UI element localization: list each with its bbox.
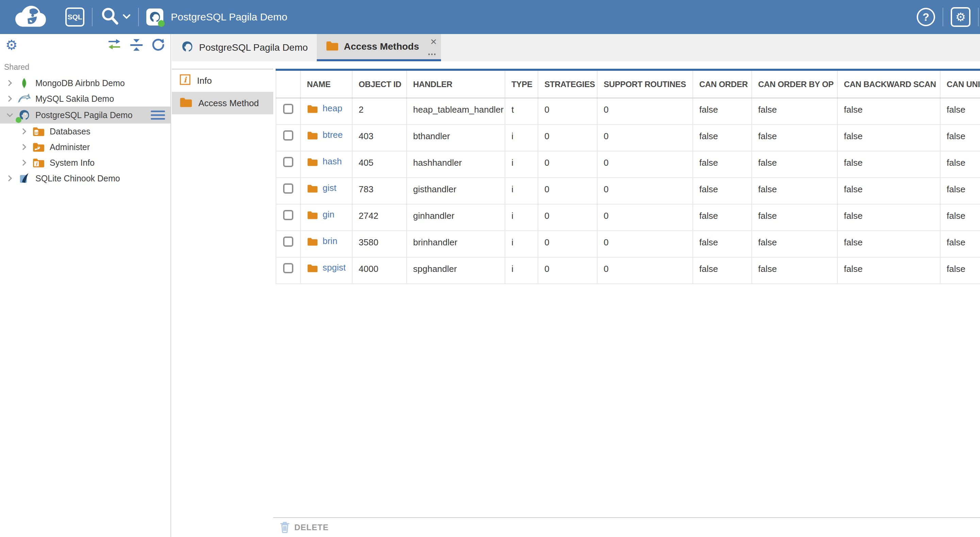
row-checkbox[interactable] — [283, 263, 293, 273]
new-query-button[interactable]: SQL — [65, 8, 84, 27]
folder-icon — [307, 157, 318, 169]
collapse-all-icon[interactable] — [130, 38, 143, 51]
chevron-right-icon[interactable] — [6, 79, 14, 87]
can-order-cell: false — [693, 231, 752, 257]
column-header[interactable]: CAN BACKWARD SCAN — [837, 71, 940, 98]
delete-button[interactable]: DELETE — [294, 523, 329, 532]
access-method-link[interactable]: btree — [323, 130, 343, 140]
sidebar-item-label: Databases — [50, 127, 91, 137]
handler-cell: ginhandler — [407, 204, 505, 231]
object-id-cell: 2 — [352, 98, 407, 124]
mongodb-leaf-icon — [17, 77, 31, 89]
close-icon[interactable]: × — [430, 36, 437, 47]
row-checkbox[interactable] — [283, 236, 293, 247]
name-cell: heap — [301, 98, 352, 124]
table-row[interactable]: btree 403 bthandler i 0 0 false false fa… — [276, 124, 980, 151]
strategies-cell: 0 — [538, 204, 597, 231]
folder-icon — [307, 210, 318, 222]
strategies-cell: 0 — [538, 178, 597, 204]
column-header[interactable]: CAN ORDER BY OP — [752, 71, 837, 98]
swap-connections-icon[interactable] — [107, 38, 121, 51]
type-cell: t — [505, 98, 538, 124]
sidebar-item-databases[interactable]: Databases — [0, 124, 170, 139]
column-header[interactable]: STRATEGIES — [538, 71, 597, 98]
access-method-link[interactable]: heap — [323, 103, 342, 113]
sidebar-item-sqlite-chinook[interactable]: SQLite Chinook Demo — [0, 171, 170, 186]
row-checkbox-cell — [276, 204, 301, 231]
connection-menu-icon[interactable] — [151, 110, 165, 120]
sidebar-item-postgresql-pagila[interactable]: PostgreSQL Pagila Demo — [0, 107, 170, 124]
tab-postgresql-pagila-demo[interactable]: PostgreSQL Pagila Demo — [172, 34, 317, 61]
row-checkbox[interactable] — [283, 183, 293, 194]
column-header[interactable]: OBJECT ID — [352, 71, 407, 98]
can-unique-cell: false — [940, 204, 980, 231]
handler-cell: spghandler — [407, 257, 505, 284]
sidebar-settings-icon[interactable]: ⚙ — [5, 38, 18, 52]
table-row[interactable]: heap 2 heap_tableam_handler t 0 0 false … — [276, 98, 980, 124]
row-checkbox-cell — [276, 98, 301, 124]
row-checkbox[interactable] — [283, 130, 293, 140]
panel-item-info[interactable]: i Info — [172, 69, 273, 92]
window-title: PostgreSQL Pagila Demo — [171, 11, 287, 23]
help-button[interactable]: ? — [917, 8, 935, 26]
column-header[interactable]: HANDLER — [407, 71, 505, 98]
access-method-link[interactable]: gin — [323, 209, 334, 220]
chevron-right-icon[interactable] — [6, 95, 14, 102]
refresh-icon[interactable] — [151, 38, 165, 52]
handler-cell: brinhandler — [407, 231, 505, 257]
access-method-link[interactable]: brin — [323, 236, 337, 246]
row-checkbox[interactable] — [283, 210, 293, 220]
can-backward-scan-cell: false — [837, 98, 940, 124]
table-row[interactable]: gist 783 gisthandler i 0 0 false false f… — [276, 178, 980, 204]
chevron-right-icon[interactable] — [6, 175, 14, 182]
sidebar-item-system-info[interactable]: i System Info — [0, 155, 170, 171]
object-type-panel: i Info Access Method — [172, 69, 273, 114]
settings-button[interactable]: ⚙ — [951, 7, 970, 27]
table-row[interactable]: spgist 4000 spghandler i 0 0 false false… — [276, 257, 980, 284]
chevron-right-icon[interactable] — [21, 143, 29, 151]
column-header[interactable]: CAN UNI — [940, 71, 980, 98]
current-connection: PostgreSQL Pagila Demo — [146, 8, 287, 25]
row-checkbox[interactable] — [283, 104, 293, 114]
chevron-right-icon[interactable] — [21, 159, 29, 166]
divider — [92, 8, 92, 26]
sqlite-feather-icon — [17, 172, 31, 184]
column-header[interactable]: TYPE — [505, 71, 538, 98]
access-method-link[interactable]: hash — [323, 156, 342, 166]
access-method-link[interactable]: spgist — [323, 262, 346, 272]
column-header[interactable]: CAN ORDER — [693, 71, 752, 98]
name-cell: gin — [301, 204, 352, 231]
type-cell: i — [505, 257, 538, 284]
table-row[interactable]: brin 3580 brinhandler i 0 0 false false … — [276, 231, 980, 257]
sidebar-item-label: MySQL Sakila Demo — [35, 94, 114, 104]
select-all-header-cell — [276, 71, 301, 98]
tab-content: i Info Access Method — [172, 61, 980, 517]
bottom-toolbar: DELETE — [273, 517, 980, 537]
mysql-dolphin-icon — [17, 94, 31, 104]
object-id-cell: 403 — [352, 124, 407, 151]
name-cell: gist — [301, 178, 352, 204]
sidebar-item-mysql-sakila[interactable]: MySQL Sakila Demo — [0, 91, 170, 107]
tab-access-methods[interactable]: Access Methods × ⋯ — [317, 34, 441, 61]
can-order-by-op-cell: false — [752, 98, 837, 124]
type-cell: i — [505, 178, 538, 204]
row-checkbox[interactable] — [283, 157, 293, 167]
column-header[interactable]: NAME — [301, 71, 352, 98]
panel-item-access-method[interactable]: Access Method — [172, 92, 273, 114]
chevron-right-icon[interactable] — [21, 127, 29, 135]
chevron-down-icon[interactable] — [6, 111, 14, 119]
top-bar: SQL PostgreSQL Pagila Demo ? ⚙ — [0, 0, 980, 34]
table-row[interactable]: gin 2742 ginhandler i 0 0 false false fa… — [276, 204, 980, 231]
sidebar-section-label: Shared — [0, 56, 170, 75]
name-cell: spgist — [301, 257, 352, 284]
tab-overflow-icon[interactable]: ⋯ — [428, 50, 436, 59]
tab-bar: PostgreSQL Pagila Demo Access Methods × … — [172, 34, 980, 61]
sidebar-item-administer[interactable]: Administer — [0, 139, 170, 155]
table-row[interactable]: hash 405 hashhandler i 0 0 false false f… — [276, 151, 980, 178]
sidebar-item-mongodb-airbnb[interactable]: MongoDB Airbnb Demo — [0, 75, 170, 91]
query-designer-button[interactable] — [100, 7, 130, 27]
access-method-link[interactable]: gist — [323, 183, 336, 193]
row-checkbox-cell — [276, 124, 301, 151]
column-header[interactable]: SUPPORT ROUTINES — [597, 71, 693, 98]
folder-icon — [307, 131, 318, 142]
